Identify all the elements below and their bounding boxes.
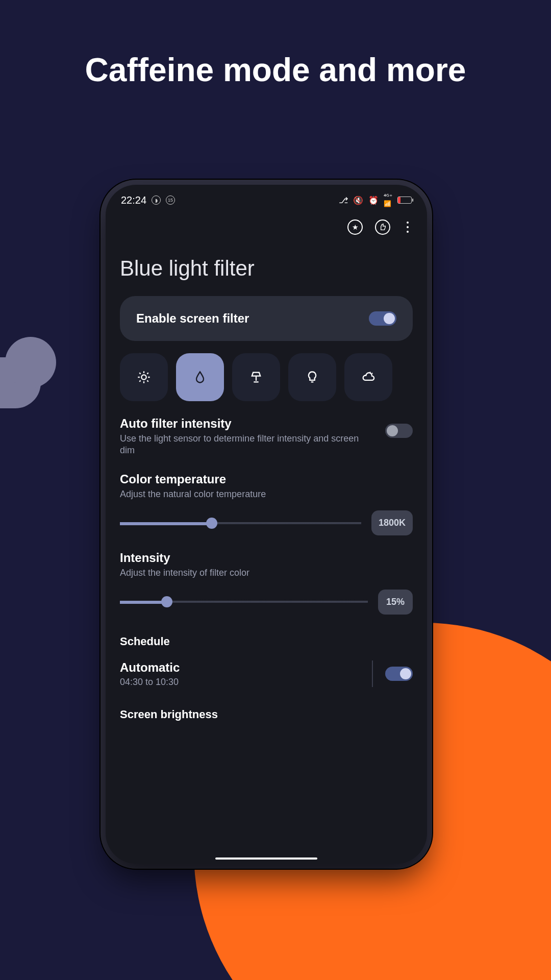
schedule-header: Schedule — [120, 635, 413, 648]
vertical-divider — [372, 660, 373, 687]
preset-row — [120, 353, 413, 401]
preset-bulb[interactable] — [288, 353, 336, 401]
enable-filter-card[interactable]: Enable screen filter — [120, 296, 413, 341]
cloud-decoration — [0, 337, 71, 408]
auto-intensity-toggle[interactable] — [385, 424, 413, 438]
thumbs-up-icon[interactable] — [375, 219, 390, 235]
alarm-icon: ⏰ — [368, 195, 379, 205]
enable-filter-toggle[interactable] — [369, 311, 396, 326]
preset-lamp[interactable] — [232, 353, 280, 401]
intensity-desc: Adjust the intensity of filter color — [120, 567, 413, 579]
color-temp-desc: Adjust the natural color temperature — [120, 488, 413, 500]
more-menu-icon[interactable] — [403, 222, 413, 233]
color-temp-title: Color temperature — [120, 472, 413, 486]
bookmark-star-icon[interactable]: ★ — [347, 219, 363, 235]
page-title: Blue light filter — [120, 256, 413, 281]
vibrate-icon: 🔇 — [353, 195, 363, 205]
brightness-header: Screen brightness — [120, 708, 413, 721]
badge-icon: 15 — [166, 195, 175, 205]
intensity-title: Intensity — [120, 551, 413, 565]
status-left: 22:24 ◗ 15 — [121, 194, 175, 206]
intensity-value: 15% — [378, 590, 413, 615]
enable-filter-label: Enable screen filter — [136, 311, 249, 326]
headline: Caffeine mode and more — [85, 51, 466, 89]
home-indicator[interactable] — [215, 857, 317, 860]
color-temp-setting: Color temperature Adjust the natural col… — [120, 472, 413, 535]
svg-line-5 — [139, 373, 140, 374]
svg-line-6 — [147, 380, 148, 381]
automatic-toggle[interactable] — [385, 667, 413, 681]
svg-line-7 — [139, 380, 140, 381]
auto-intensity-setting: Auto filter intensity Use the light sens… — [120, 416, 413, 457]
signal-icon: ⁴ᴳ⁺📶 — [384, 193, 392, 207]
automatic-title: Automatic — [120, 660, 180, 675]
preset-drop[interactable] — [176, 353, 224, 401]
intensity-slider[interactable] — [120, 594, 368, 609]
intensity-setting: Intensity Adjust the intensity of filter… — [120, 551, 413, 614]
status-bar: 22:24 ◗ 15 ⎇ 🔇 ⏰ ⁴ᴳ⁺📶 — [106, 185, 427, 208]
preset-cloud[interactable] — [344, 353, 392, 401]
color-temp-slider[interactable] — [120, 516, 361, 531]
auto-intensity-desc: Use the light sensor to determine filter… — [120, 433, 375, 457]
svg-point-0 — [141, 375, 146, 379]
bluetooth-icon: ⎇ — [339, 195, 348, 205]
color-temp-value: 1800K — [371, 510, 413, 535]
auto-intensity-title: Auto filter intensity — [120, 416, 375, 431]
battery-icon — [397, 197, 412, 204]
automatic-subtitle: 04:30 to 10:30 — [120, 677, 180, 688]
dnd-icon: ◗ — [152, 195, 161, 205]
automatic-row[interactable]: Automatic 04:30 to 10:30 — [120, 660, 413, 688]
content: Blue light filter Enable screen filter — [106, 256, 427, 721]
svg-line-10 — [372, 373, 372, 374]
svg-line-8 — [147, 373, 148, 374]
app-bar: ★ — [106, 208, 427, 246]
status-time: 22:24 — [121, 194, 146, 206]
preset-sun[interactable] — [120, 353, 168, 401]
phone-frame: 22:24 ◗ 15 ⎇ 🔇 ⏰ ⁴ᴳ⁺📶 ★ Blue light filte… — [106, 185, 427, 864]
status-right: ⎇ 🔇 ⏰ ⁴ᴳ⁺📶 — [339, 193, 412, 207]
